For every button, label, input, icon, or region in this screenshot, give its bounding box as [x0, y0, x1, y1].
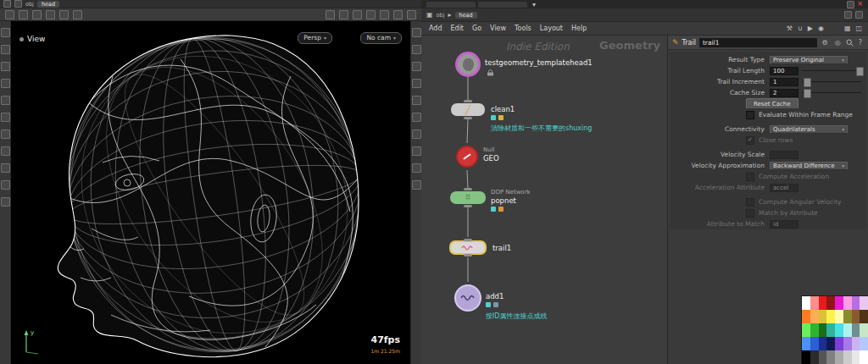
view-options-icon[interactable]: [407, 10, 416, 19]
trail-increment-input[interactable]: 1: [770, 78, 798, 86]
color-swatch[interactable]: [819, 350, 827, 364]
color-swatch[interactable]: [843, 323, 852, 337]
strip-key-icon[interactable]: [1, 163, 10, 173]
view-home-icon[interactable]: [412, 28, 421, 37]
camera-lock-icon[interactable]: [393, 10, 403, 19]
color-swatch[interactable]: [835, 350, 843, 364]
wrench-icon[interactable]: ⚒: [784, 25, 795, 32]
camera-menu[interactable]: No cam ▾: [360, 32, 402, 44]
tab-list-icon[interactable]: ▾: [530, 1, 538, 8]
node-name-input[interactable]: trail1: [699, 38, 817, 47]
color-swatch[interactable]: [860, 296, 868, 310]
color-swatch[interactable]: [826, 337, 835, 350]
select-tool-icon[interactable]: [5, 10, 14, 19]
node-trail1-selected[interactable]: [449, 240, 487, 255]
color-swatch[interactable]: [802, 310, 810, 323]
view-light-icon[interactable]: [412, 163, 421, 173]
left-path-context[interactable]: obj: [25, 1, 34, 8]
strip-select-icon[interactable]: [1, 28, 10, 37]
trail-length-input[interactable]: 100: [770, 67, 798, 75]
close-rows-checkbox[interactable]: ✓: [746, 136, 754, 145]
velocity-approximation-dropdown[interactable]: Backward Difference ▾: [770, 162, 848, 170]
menu-tools[interactable]: Tools: [510, 25, 536, 32]
comment-badge-icon[interactable]: [491, 207, 496, 212]
view-grid-icon[interactable]: [412, 62, 421, 71]
color-swatch[interactable]: [819, 296, 827, 310]
strip-translate-icon[interactable]: [1, 45, 10, 54]
path-history-icon[interactable]: [855, 11, 863, 19]
node-popnet[interactable]: ⠿: [450, 191, 486, 204]
reset-cache-button[interactable]: Reset Cache: [746, 98, 798, 109]
color-swatch[interactable]: [802, 323, 810, 337]
strip-pose-icon[interactable]: [1, 96, 10, 105]
color-swatch[interactable]: [802, 337, 810, 350]
node-label[interactable]: clean1: [491, 105, 515, 113]
node-add1[interactable]: [454, 284, 481, 312]
menu-view[interactable]: View: [486, 25, 510, 32]
magnet-icon[interactable]: ∪: [795, 25, 805, 32]
view-camera-icon[interactable]: [412, 146, 421, 156]
search-icon[interactable]: [846, 39, 854, 47]
grid-icon[interactable]: ▦: [842, 25, 854, 32]
node-testgeometry-templatehead1[interactable]: [455, 52, 481, 77]
velocity-scale-input[interactable]: [770, 151, 798, 159]
acceleration-attribute-input[interactable]: accel: [770, 184, 798, 192]
result-type-dropdown[interactable]: Preserve Original ▾: [770, 56, 848, 64]
view-points-icon[interactable]: [412, 130, 421, 139]
node-label[interactable]: testgeometry_templatehead1: [485, 58, 593, 67]
menu-help[interactable]: Help: [567, 25, 591, 32]
color-swatch[interactable]: [819, 310, 827, 323]
panes-icon[interactable]: ◫: [853, 25, 865, 32]
strip-rotate-icon[interactable]: [1, 62, 10, 71]
visibility-icon[interactable]: ◉: [815, 25, 826, 32]
color-swatch[interactable]: [826, 350, 835, 364]
network-editor[interactable]: Indie Edition Geometry testgeometry_temp…: [421, 36, 667, 364]
info-badge-icon[interactable]: [493, 302, 498, 307]
evaluate-within-checkbox[interactable]: [746, 111, 754, 119]
view-settings-icon[interactable]: [412, 180, 421, 190]
node-label[interactable]: GEO: [483, 154, 499, 163]
move-tool-icon[interactable]: [32, 10, 42, 19]
color-swatch[interactable]: [860, 350, 868, 364]
color-swatch[interactable]: [835, 337, 843, 350]
cache-size-slider[interactable]: [802, 89, 861, 97]
pane-tab[interactable]: [426, 2, 476, 8]
node-label[interactable]: popnet: [491, 196, 516, 205]
color-swatch[interactable]: [810, 323, 819, 337]
pan-tool-icon[interactable]: [19, 10, 28, 19]
color-swatch[interactable]: [852, 323, 860, 337]
color-swatch[interactable]: [826, 310, 835, 323]
wireframe-mode-icon[interactable]: [366, 10, 376, 19]
color-swatch[interactable]: [835, 323, 843, 337]
color-swatch[interactable]: [802, 350, 810, 364]
attribute-to-match-input[interactable]: id: [770, 220, 798, 229]
select-cursor-icon[interactable]: ▶: [805, 25, 815, 32]
shade-mode-icon[interactable]: [353, 10, 362, 19]
menu-go[interactable]: Go: [468, 25, 486, 32]
snap-point-icon[interactable]: [339, 10, 348, 19]
color-swatch[interactable]: [810, 296, 819, 310]
pane-maximize-icon[interactable]: [847, 1, 854, 8]
color-swatch[interactable]: [843, 337, 852, 350]
color-swatch[interactable]: [810, 310, 819, 323]
path-node[interactable]: head: [455, 12, 477, 19]
color-swatch[interactable]: [802, 296, 810, 310]
view-normals-icon[interactable]: [412, 113, 421, 122]
match-by-attribute-checkbox[interactable]: [746, 209, 754, 218]
color-swatch[interactable]: [810, 350, 819, 364]
color-swatch[interactable]: [819, 323, 827, 337]
view-frame-icon[interactable]: [412, 45, 421, 54]
strip-snap-icon[interactable]: [1, 146, 10, 156]
menu-edit[interactable]: Edit: [447, 25, 469, 32]
node-geo-null[interactable]: [456, 146, 478, 168]
color-swatch[interactable]: [860, 310, 868, 323]
pane-link-icon[interactable]: [14, 0, 22, 8]
color-swatch[interactable]: [860, 323, 868, 337]
connectivity-dropdown[interactable]: Quadrilaterals ▾: [770, 125, 848, 134]
color-swatch[interactable]: [826, 296, 835, 310]
close-icon[interactable]: ×: [857, 1, 863, 8]
color-swatch[interactable]: [835, 310, 843, 323]
left-path-node[interactable]: head: [37, 1, 59, 8]
node-label[interactable]: add1: [486, 292, 504, 301]
color-swatch[interactable]: [843, 310, 852, 323]
